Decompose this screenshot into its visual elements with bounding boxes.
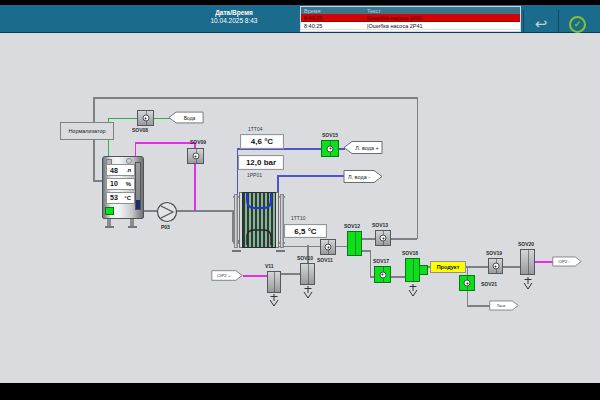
valve-sov09[interactable] xyxy=(187,148,204,164)
pipe xyxy=(390,276,406,278)
pump-p03[interactable] xyxy=(156,201,178,223)
alarm-row[interactable]: 8:40:25 |Ошибка насоса 2Р41 xyxy=(301,22,520,30)
valve-sov18[interactable] xyxy=(405,258,420,282)
cip-pipe xyxy=(135,142,137,157)
tank-status-indicator xyxy=(105,207,114,215)
valve-label-sov20: SOV20 xyxy=(518,241,534,247)
hx-foot xyxy=(276,250,285,252)
tank-level-gauge xyxy=(135,162,141,210)
pipe xyxy=(281,273,301,275)
pipe xyxy=(466,266,490,268)
letterbox-bar xyxy=(0,383,600,400)
pipe xyxy=(370,250,372,277)
cip-pipe xyxy=(135,142,195,144)
svg-text:Л. вода +: Л. вода + xyxy=(355,145,378,151)
flag-tank-dest: Танк xyxy=(489,299,519,312)
valve-label-sov21: SOV21 xyxy=(481,281,497,287)
drain-icon xyxy=(268,294,280,307)
tank-level-readout: 10 % xyxy=(106,178,135,190)
svg-text:CIP2 +: CIP2 + xyxy=(217,274,231,279)
alarm-list-header: Время Текст xyxy=(301,7,520,14)
svg-text:Танк: Танк xyxy=(497,303,506,308)
scada-screen: Дата/Время 10.04.2025 8:43 Время Текст 8… xyxy=(0,0,600,400)
valve-sov12[interactable] xyxy=(347,231,362,256)
valve-label-sov11: SOV11 xyxy=(317,257,333,263)
tank-level-fill xyxy=(136,200,140,209)
tank-volume-readout: 48 л xyxy=(106,164,135,176)
tank-leg xyxy=(130,219,134,226)
svg-text:CIP2 -: CIP2 - xyxy=(558,259,570,264)
alarm-row[interactable]: 8:40:25 |Ошибка насоса 1Р01 xyxy=(301,14,520,22)
hx-ice-water-loop xyxy=(244,192,274,218)
tank-leg xyxy=(107,219,111,226)
pipe xyxy=(467,305,490,307)
normalizer-box[interactable]: Нормализатор xyxy=(60,122,114,140)
tank-temp-value: 53 xyxy=(110,194,118,201)
tank-level-unit: % xyxy=(126,181,131,187)
valve-label-sov19: SOV19 xyxy=(486,250,502,256)
valve-sov11[interactable] xyxy=(320,239,336,255)
svg-text:Л. вода -: Л. вода - xyxy=(348,174,370,180)
ice-water-pipe xyxy=(277,175,344,177)
pump-label: P03 xyxy=(161,224,170,230)
tank-foot xyxy=(105,226,114,228)
valve-label-sov18: SOV18 xyxy=(402,250,418,256)
drain-icon xyxy=(522,277,534,290)
tank-volume-unit: л xyxy=(127,167,131,173)
hx-column xyxy=(280,194,284,248)
valve-label-sov12: SOV12 xyxy=(344,223,360,229)
pipe xyxy=(93,97,418,99)
hx-column xyxy=(234,194,238,248)
valve-label-sov10: SOV10 xyxy=(297,255,313,261)
pipe xyxy=(277,246,348,248)
pressure-value: 12,0 bar xyxy=(246,158,276,167)
datetime-value: 10.04.2025 8:43 xyxy=(172,17,296,24)
tank-level-value: 10 xyxy=(110,180,118,187)
pressure-readout: 12,0 bar xyxy=(238,155,284,170)
valve-sov19[interactable] xyxy=(488,258,503,274)
valve-sov13[interactable] xyxy=(375,230,391,246)
pipe xyxy=(417,97,419,239)
valve-sov17[interactable] xyxy=(374,266,391,283)
valve-label-sov13: SOV13 xyxy=(372,222,388,228)
valve-sov18-port xyxy=(419,265,428,275)
product-text: Продукт xyxy=(437,264,460,270)
flag-cip-out: CIP2 - xyxy=(552,255,582,268)
valve-sov10[interactable] xyxy=(300,263,315,285)
process-diagram xyxy=(0,33,600,383)
valve-sov21[interactable] xyxy=(459,275,475,291)
alarm-list[interactable]: Время Текст 8:40:25 |Ошибка насоса 1Р01 … xyxy=(300,6,521,32)
valve-v11[interactable] xyxy=(267,271,281,293)
flag-ice-water-out: Л. вода - xyxy=(343,169,383,184)
tank-volume-value: 48 xyxy=(110,167,118,174)
tt10-value: 6,5 °C xyxy=(294,227,316,236)
tt10-tag: 1TT10 xyxy=(291,215,305,221)
alarm-time: 8:40:25 xyxy=(304,23,322,29)
flag-cip-in: CIP2 + xyxy=(211,269,243,282)
valve-label-sov08: SOV08 xyxy=(132,127,148,133)
drain-icon xyxy=(407,284,419,297)
tt04-value: 4,6 °C xyxy=(251,137,273,146)
header-bar: Дата/Время 10.04.2025 8:43 Время Текст 8… xyxy=(0,5,600,33)
tt04-readout: 4,6 °C xyxy=(240,134,284,149)
flag-water: Вода xyxy=(168,111,204,124)
tank-foot xyxy=(128,226,137,228)
alarm-time: 8:40:25 xyxy=(304,15,322,21)
tt04-tag: 1TT04 xyxy=(248,126,262,132)
valve-sov15[interactable] xyxy=(321,140,339,157)
valve-label-sov17: SOV17 xyxy=(373,258,389,264)
tt10-readout: 6,5 °C xyxy=(284,224,327,238)
back-arrow-icon: ↩ xyxy=(535,15,548,33)
pipe xyxy=(502,266,522,268)
valve-sov20[interactable] xyxy=(520,249,535,275)
valve-label-sov15: SOV15 xyxy=(322,132,338,138)
datetime-label: Дата/Время xyxy=(172,9,296,16)
product-label: Продукт xyxy=(430,261,466,273)
valve-sov08[interactable] xyxy=(137,110,154,126)
tank-temp-unit: °C xyxy=(124,195,131,201)
alarm-text: |Ошибка насоса 2Р41 xyxy=(367,23,423,29)
svg-text:Вода: Вода xyxy=(184,116,196,121)
valve-label-v11: V11 xyxy=(265,263,274,269)
pipe xyxy=(391,238,417,240)
hx-foot xyxy=(232,250,241,252)
